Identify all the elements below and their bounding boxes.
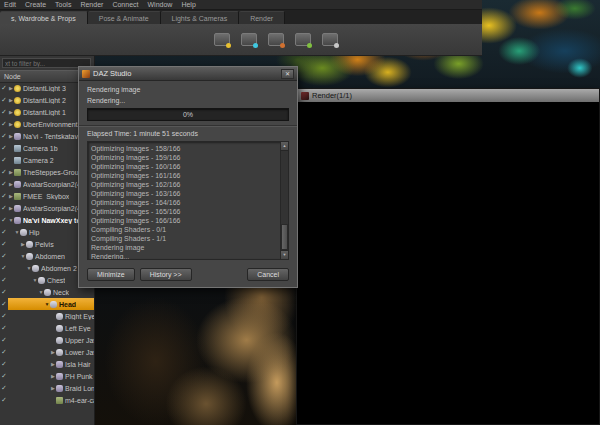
scene-node-label: PH Punk Hair <box>65 373 94 380</box>
scene-node[interactable]: ✓▼Head <box>0 298 94 310</box>
visibility-check-icon[interactable]: ✓ <box>0 192 8 200</box>
visibility-check-icon[interactable]: ✓ <box>0 252 8 260</box>
visibility-check-icon[interactable]: ✓ <box>0 312 8 320</box>
visibility-check-icon[interactable]: ✓ <box>0 240 8 248</box>
visibility-check-icon[interactable]: ✓ <box>0 180 8 188</box>
figure-node-icon <box>14 217 21 224</box>
visibility-check-icon[interactable]: ✓ <box>0 396 8 404</box>
light-node-icon <box>14 97 21 104</box>
scene-node[interactable]: ✓m4-ear-cab-rt <box>0 394 94 406</box>
indent-spacer <box>8 316 50 317</box>
scene-node[interactable]: ✓▶Braid Long <box>0 382 94 394</box>
visibility-check-icon[interactable]: ✓ <box>0 360 8 368</box>
render-window-title-bar[interactable]: Render(1/1) <box>297 89 599 102</box>
visibility-check-icon[interactable]: ✓ <box>0 288 8 296</box>
menu-connect[interactable]: Connect <box>112 0 138 9</box>
scene-node[interactable]: ✓▶Isla Hair <box>0 358 94 370</box>
visibility-check-icon[interactable]: ✓ <box>0 336 8 344</box>
bone-node-icon <box>50 301 57 308</box>
close-icon[interactable]: ✕ <box>281 69 294 79</box>
indent-spacer <box>8 256 20 257</box>
log-line: Rendering image <box>91 243 279 252</box>
visibility-check-icon[interactable]: ✓ <box>0 120 8 128</box>
log-line: Optimizing Images - 166/166 <box>91 216 279 225</box>
menu-help[interactable]: Help <box>181 0 195 9</box>
scene-node-body: ▶PH Punk Hair <box>8 370 94 382</box>
render-queue-icon-accent <box>334 43 339 48</box>
scene-node-label: Hip <box>29 229 40 236</box>
visibility-check-icon[interactable]: ✓ <box>0 156 8 164</box>
visibility-check-icon[interactable]: ✓ <box>0 300 8 308</box>
spot-render-icon[interactable] <box>239 30 259 50</box>
menu-edit[interactable]: Edit <box>4 0 16 9</box>
render-settings-icon[interactable] <box>266 30 286 50</box>
visibility-check-icon[interactable]: ✓ <box>0 228 8 236</box>
visibility-check-icon[interactable]: ✓ <box>0 264 8 272</box>
visibility-check-icon[interactable]: ✓ <box>0 168 8 176</box>
indent-spacer <box>8 364 50 365</box>
scene-node-label: DistantLight 1 <box>23 109 66 116</box>
log-scrollbar[interactable]: ▲ ▼ <box>280 142 288 259</box>
scene-node-label: Neck <box>53 289 69 296</box>
visibility-check-icon[interactable]: ✓ <box>0 348 8 356</box>
visibility-check-icon[interactable]: ✓ <box>0 204 8 212</box>
render-icon[interactable] <box>212 30 232 50</box>
light-node-icon <box>14 85 21 92</box>
scene-node-label: Right Eye <box>65 313 94 320</box>
scene-node-body: ▼Head <box>8 298 94 310</box>
scene-node-label: Abdomen <box>35 253 65 260</box>
light-node-icon <box>14 121 21 128</box>
render-queue-icon[interactable] <box>320 30 340 50</box>
visibility-check-icon[interactable]: ✓ <box>0 108 8 116</box>
spot-render-icon-accent <box>253 43 258 48</box>
history-button[interactable]: History >> <box>140 268 192 281</box>
scene-node-label: Upper Jaw <box>65 337 94 344</box>
visibility-check-icon[interactable]: ✓ <box>0 84 8 92</box>
indent-spacer <box>8 244 20 245</box>
tab-render[interactable]: Render <box>239 11 285 24</box>
scene-node[interactable]: ✓▶PH Punk Hair <box>0 370 94 382</box>
scene-node[interactable]: ✓Left Eye <box>0 322 94 334</box>
tab-pose-animate[interactable]: Pose & Animate <box>88 11 161 24</box>
indent-spacer <box>8 328 50 329</box>
log-line: Rendering... <box>91 252 279 259</box>
scrollbar-thumb[interactable] <box>281 224 288 250</box>
minimize-button[interactable]: Minimize <box>87 268 135 281</box>
indent-spacer <box>8 292 38 293</box>
visibility-check-icon[interactable]: ✓ <box>0 276 8 284</box>
scene-node-body: Right Eye <box>8 310 94 322</box>
tab-s-wardrobe-props[interactable]: s, Wardrobe & Props <box>0 11 88 24</box>
visibility-check-icon[interactable]: ✓ <box>0 372 8 380</box>
prop-node-icon <box>14 169 21 176</box>
render-progress-bar: 0% <box>87 108 289 121</box>
daz-app-icon <box>82 70 90 78</box>
menubar: EditCreateToolsRenderConnectWindowHelp <box>0 0 482 10</box>
scene-node[interactable]: ✓Upper Jaw <box>0 334 94 346</box>
figure-node-icon <box>56 385 63 392</box>
log-line: Optimizing Images - 162/166 <box>91 180 279 189</box>
tab-lights-cameras[interactable]: Lights & Cameras <box>161 11 240 24</box>
visibility-check-icon[interactable]: ✓ <box>0 96 8 104</box>
render-library-icon[interactable] <box>293 30 313 50</box>
render-icon-accent <box>226 43 231 48</box>
cancel-button[interactable]: Cancel <box>247 268 289 281</box>
visibility-check-icon[interactable]: ✓ <box>0 132 8 140</box>
menu-render[interactable]: Render <box>80 0 103 9</box>
scene-node[interactable]: ✓▶Lower Jaw <box>0 346 94 358</box>
camera-node-icon <box>14 157 21 164</box>
scroll-up-icon[interactable]: ▲ <box>281 142 288 151</box>
visibility-check-icon[interactable]: ✓ <box>0 216 8 224</box>
indent-spacer <box>8 400 50 401</box>
menu-window[interactable]: Window <box>147 0 172 9</box>
dialog-title-bar[interactable]: DAZ Studio ✕ <box>79 67 297 81</box>
menu-tools[interactable]: Tools <box>55 0 71 9</box>
visibility-check-icon[interactable]: ✓ <box>0 144 8 152</box>
menu-create[interactable]: Create <box>25 0 46 9</box>
log-line: Optimizing Images - 160/166 <box>91 162 279 171</box>
visibility-check-icon[interactable]: ✓ <box>0 384 8 392</box>
scroll-down-icon[interactable]: ▼ <box>281 250 288 259</box>
visibility-check-icon[interactable]: ✓ <box>0 324 8 332</box>
figure-node-icon <box>14 133 21 140</box>
dialog-log-list: Optimizing Images - 158/166Optimizing Im… <box>91 144 279 259</box>
scene-node[interactable]: ✓Right Eye <box>0 310 94 322</box>
